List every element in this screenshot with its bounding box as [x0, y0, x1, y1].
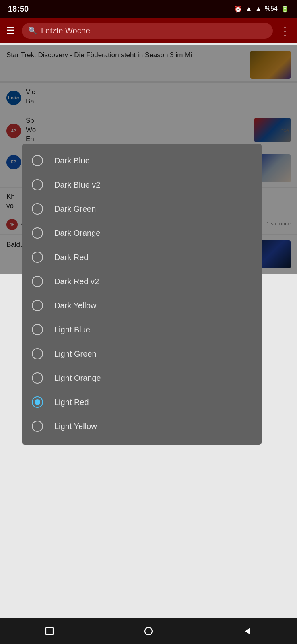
radio-dark-blue-v2[interactable] — [32, 179, 43, 190]
label-light-green: Light Green — [54, 349, 97, 359]
option-light-orange[interactable]: Light Orange — [22, 366, 262, 390]
radio-dark-green[interactable] — [32, 203, 43, 215]
status-icons: ⏰ ▲ ▲ %54 🔋 — [234, 5, 289, 13]
theme-dialog: Dark Blue Dark Blue v2 Dark Green Dark O… — [22, 144, 262, 445]
option-dark-red-v2[interactable]: Dark Red v2 — [22, 269, 262, 293]
search-bar[interactable]: 🔍 Letzte Woche — [22, 23, 273, 39]
label-dark-red: Dark Red — [54, 253, 88, 262]
svg-marker-2 — [245, 628, 250, 634]
nav-recents-button[interactable] — [37, 619, 62, 643]
label-dark-yellow: Dark Yellow — [54, 301, 97, 310]
more-icon[interactable]: ⋮ — [279, 24, 291, 37]
menu-icon[interactable]: ☰ — [6, 25, 15, 36]
search-icon: 🔍 — [28, 26, 37, 35]
radio-light-red[interactable] — [32, 396, 43, 408]
label-light-blue: Light Blue — [54, 325, 90, 334]
option-light-blue[interactable]: Light Blue — [22, 318, 262, 342]
option-dark-blue-v2[interactable]: Dark Blue v2 — [22, 173, 262, 197]
option-light-green[interactable]: Light Green — [22, 342, 262, 366]
label-light-yellow: Light Yellow — [54, 422, 97, 431]
radio-light-yellow[interactable] — [32, 421, 43, 432]
signal-icon: ▲ — [255, 5, 262, 12]
option-dark-blue[interactable]: Dark Blue — [22, 149, 262, 173]
radio-dark-red[interactable] — [32, 252, 43, 263]
nav-home-button[interactable] — [136, 619, 161, 643]
radio-dark-orange[interactable] — [32, 227, 43, 239]
option-light-yellow[interactable]: Light Yellow — [22, 414, 262, 438]
option-dark-yellow[interactable]: Dark Yellow — [22, 293, 262, 318]
label-dark-green: Dark Green — [54, 204, 96, 214]
radio-dark-red-v2[interactable] — [32, 276, 43, 287]
alarm-icon: ⏰ — [234, 5, 242, 13]
radio-light-green[interactable] — [32, 348, 43, 359]
option-dark-green[interactable]: Dark Green — [22, 197, 262, 221]
nav-back-button[interactable] — [235, 619, 260, 643]
label-dark-blue-v2: Dark Blue v2 — [54, 180, 101, 190]
option-dark-orange[interactable]: Dark Orange — [22, 221, 262, 245]
svg-rect-0 — [46, 627, 53, 635]
option-dark-red[interactable]: Dark Red — [22, 245, 262, 269]
label-light-red: Light Red — [54, 398, 89, 407]
search-text: Letzte Woche — [41, 26, 90, 35]
radio-light-blue[interactable] — [32, 324, 43, 335]
svg-point-1 — [145, 627, 152, 635]
status-time: 18:50 — [8, 4, 29, 14]
label-light-orange: Light Orange — [54, 374, 101, 383]
radio-light-orange[interactable] — [32, 372, 43, 384]
toolbar: ☰ 🔍 Letzte Woche ⋮ — [0, 18, 297, 43]
radio-dot-light-red — [35, 399, 40, 405]
label-dark-red-v2: Dark Red v2 — [54, 277, 99, 286]
background-content: Star Trek: Discovery - Die Föderation st… — [0, 45, 297, 274]
battery-text: %54 — [265, 5, 278, 12]
nav-bar — [0, 618, 297, 644]
label-dark-blue: Dark Blue — [54, 156, 90, 165]
radio-dark-blue[interactable] — [32, 155, 43, 166]
battery-icon: 🔋 — [281, 5, 289, 13]
status-bar: 18:50 ⏰ ▲ ▲ %54 🔋 — [0, 0, 297, 18]
radio-dark-yellow[interactable] — [32, 300, 43, 311]
label-dark-orange: Dark Orange — [54, 229, 101, 238]
option-light-red[interactable]: Light Red — [22, 390, 262, 414]
wifi-icon: ▲ — [245, 5, 252, 12]
